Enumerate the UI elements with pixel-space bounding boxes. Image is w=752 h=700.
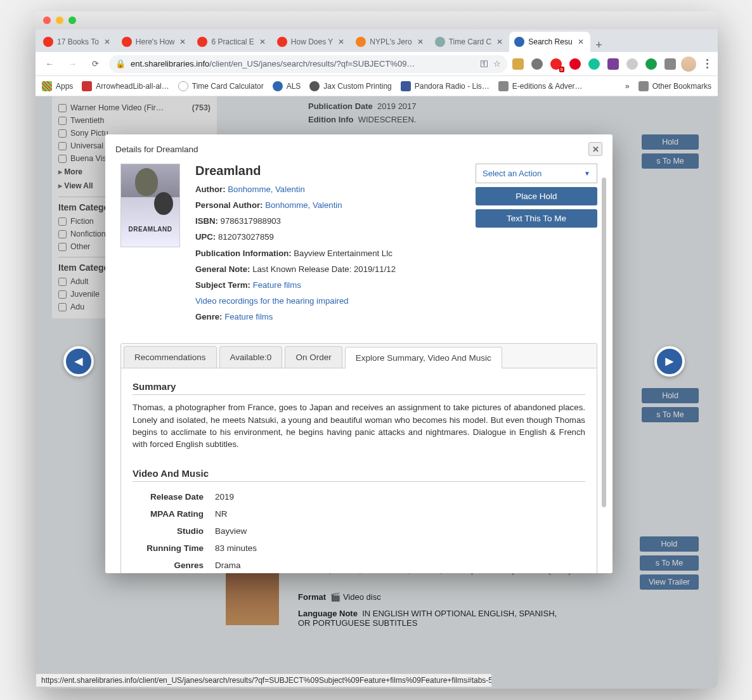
mac-window: 17 Books To✕ Here's How✕ 6 Practical E✕ …	[36, 11, 718, 689]
pinterest-icon[interactable]	[569, 58, 581, 70]
place-hold-button[interactable]: Place Hold	[476, 187, 597, 205]
isbn-value: 9786317988903	[221, 216, 281, 226]
bookmarks-bar: Apps ArrowheadLib-all-al… Time Card Calc…	[36, 76, 718, 96]
extension-icon[interactable]: 8	[550, 58, 562, 70]
general-note-value: Last Known Release Date: 2019/11/12	[252, 264, 396, 274]
bookmarks-overflow[interactable]: »	[625, 82, 630, 91]
close-icon[interactable]: ✕	[178, 37, 187, 46]
apps-icon	[42, 81, 52, 91]
modal-close-button[interactable]: ✕	[588, 142, 602, 156]
favicon-icon	[197, 37, 207, 47]
genres-value: Drama	[215, 561, 241, 570]
video-music-heading: Video And Music	[133, 468, 585, 482]
favicon-icon	[435, 37, 445, 47]
browser-tab[interactable]: 17 Books To✕	[38, 32, 117, 52]
close-icon[interactable]: ✕	[495, 37, 504, 46]
close-icon[interactable]: ✕	[103, 37, 112, 46]
lock-icon: 🔒	[115, 59, 126, 68]
studio-value: Bayview	[215, 526, 247, 536]
subject-link[interactable]: Video recordings for the hearing impaire…	[195, 296, 349, 306]
extension-icon[interactable]	[664, 58, 676, 70]
bookmark-item[interactable]: ArrowheadLib-all-al…	[82, 81, 169, 91]
bookmark-item[interactable]: Apps	[42, 81, 73, 91]
tab-available[interactable]: Available:0	[219, 346, 283, 368]
reload-button[interactable]: ⟳	[86, 55, 104, 73]
details-modal: Details for Dreamland ✕ DREAMLAND Dreaml…	[105, 134, 613, 573]
select-action-dropdown[interactable]: Select an Action▼	[476, 164, 597, 183]
extension-icons: 8	[512, 58, 676, 70]
folder-icon	[498, 81, 509, 91]
browser-toolbar: ← → ⟳ 🔒 ent.sharelibraries.info/client/e…	[36, 52, 718, 76]
browser-tab-strip: 17 Books To✕ Here's How✕ 6 Practical E✕ …	[36, 29, 718, 52]
window-close-button[interactable]	[43, 16, 51, 24]
grammarly-icon[interactable]	[588, 58, 600, 70]
modal-title: Details for Dreamland	[115, 145, 198, 154]
browser-tab[interactable]: Here's How✕	[117, 32, 193, 52]
personal-author-link[interactable]: Bonhomme, Valentin	[265, 200, 342, 210]
upc-value: 812073027859	[218, 232, 274, 242]
page-viewport: Warner Home Video (Fir…(753) Twentieth S…	[36, 96, 718, 689]
profile-avatar[interactable]	[681, 56, 696, 72]
mac-titlebar	[36, 11, 718, 29]
bookmark-item[interactable]: Pandora Radio - Lis…	[401, 81, 489, 91]
favicon-icon	[277, 37, 287, 47]
other-bookmarks[interactable]: Other Bookmarks	[639, 81, 711, 91]
forward-button[interactable]: →	[63, 55, 81, 73]
runtime-value: 83 minutes	[215, 543, 257, 553]
genre-link[interactable]: Feature films	[224, 312, 273, 321]
favicon-icon	[356, 37, 366, 47]
summary-text: Thomas, a photographer from France, goes…	[133, 401, 585, 450]
pubinfo-value: Bayview Entertainment Llc	[294, 249, 392, 258]
bookmark-item[interactable]: ALS	[273, 81, 301, 91]
browser-tab[interactable]: 6 Practical E✕	[192, 32, 271, 52]
window-zoom-button[interactable]	[68, 16, 76, 24]
item-title: Dreamland	[195, 164, 460, 178]
window-minimize-button[interactable]	[56, 16, 63, 24]
close-icon[interactable]: ✕	[416, 37, 425, 46]
extension-icon[interactable]	[626, 58, 638, 70]
folder-icon	[639, 81, 649, 91]
bookmark-item[interactable]: E-editions & Adver…	[498, 81, 583, 91]
tab-on-order[interactable]: On Order	[285, 346, 342, 368]
bookmark-item[interactable]: Time Card Calculator	[178, 81, 264, 91]
star-icon[interactable]: ☆	[493, 59, 501, 68]
author-link[interactable]: Bonhomme, Valentin	[228, 185, 304, 194]
favicon-icon	[514, 37, 524, 47]
browser-menu-button[interactable]	[701, 59, 713, 68]
chevron-down-icon: ▼	[584, 170, 590, 177]
text-this-button[interactable]: Text This To Me	[476, 209, 597, 228]
favicon-icon	[43, 37, 53, 47]
browser-tab[interactable]: How Does Y✕	[272, 32, 351, 52]
close-icon[interactable]: ✕	[576, 37, 585, 46]
browser-tab[interactable]: Time Card C✕	[430, 32, 510, 52]
close-icon[interactable]: ✕	[337, 37, 346, 46]
bookmark-icon	[309, 81, 320, 91]
browser-tab-active[interactable]: Search Resu✕	[509, 32, 590, 52]
back-button[interactable]: ←	[41, 55, 58, 73]
extension-icon[interactable]	[512, 58, 524, 70]
key-icon[interactable]: ⚿	[480, 59, 488, 68]
mpaa-value: NR	[215, 509, 228, 519]
bookmark-icon	[178, 81, 188, 91]
browser-tab[interactable]: NYPL's Jero✕	[351, 32, 429, 52]
bookmark-icon	[273, 81, 283, 91]
extension-icon[interactable]	[607, 58, 619, 70]
cover-image[interactable]: DREAMLAND	[120, 164, 180, 247]
prev-record-button[interactable]: ◄	[63, 346, 94, 377]
extension-icon[interactable]	[531, 58, 543, 70]
favicon-icon	[122, 37, 132, 47]
bookmark-item[interactable]: Jax Custom Printing	[309, 81, 391, 91]
detail-tabs: Recommendations Available:0 On Order Exp…	[120, 343, 597, 573]
release-date-value: 2019	[215, 492, 234, 502]
subject-link[interactable]: Feature films	[253, 280, 301, 290]
summary-heading: Summary	[133, 381, 585, 395]
tab-recommendations[interactable]: Recommendations	[124, 346, 217, 368]
next-record-button[interactable]: ►	[654, 346, 685, 377]
address-bar[interactable]: 🔒 ent.sharelibraries.info/client/en_US/j…	[109, 55, 507, 73]
bookmark-icon	[82, 81, 92, 91]
close-icon[interactable]: ✕	[258, 37, 267, 46]
tab-explore[interactable]: Explore Summary, Video And Music	[345, 347, 502, 368]
pandora-icon	[401, 81, 411, 91]
new-tab-button[interactable]: +	[590, 39, 608, 52]
extension-icon[interactable]	[645, 58, 657, 70]
